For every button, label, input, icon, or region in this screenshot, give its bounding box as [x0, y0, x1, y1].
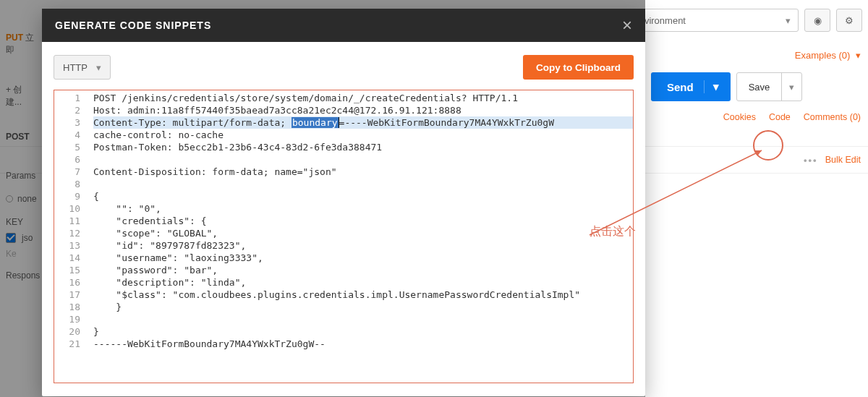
save-button[interactable]: Save [737, 82, 782, 93]
send-label: Send [667, 81, 694, 93]
modal-title: GENERATE CODE SNIPPETS [55, 20, 211, 31]
env-quicklook-button[interactable]: ◉ [804, 9, 830, 32]
eye-icon: ◉ [814, 15, 822, 26]
comments-link[interactable]: Comments (0) [804, 112, 861, 122]
language-label: HTTP [63, 62, 88, 73]
code-viewer[interactable]: 123456789101112131415161718192021 POST /… [54, 90, 634, 383]
chevron-down-icon: ▾ [786, 15, 791, 26]
more-button[interactable]: ••• [804, 155, 818, 166]
close-icon[interactable]: × [622, 17, 632, 34]
send-button[interactable]: Send ▾ [651, 72, 731, 101]
examples-label: Examples (0) [795, 50, 851, 61]
line-gutter: 123456789101112131415161718192021 [54, 92, 86, 378]
modal-header: GENERATE CODE SNIPPETS × [42, 9, 645, 42]
code-link[interactable]: Code [769, 112, 791, 122]
save-dropdown[interactable]: ▾ [781, 73, 801, 101]
code-lines: POST /jenkins/credentials/store/system/d… [86, 92, 633, 378]
cookies-link[interactable]: Cookies [723, 112, 756, 122]
code-snippets-modal: GENERATE CODE SNIPPETS × HTTP ▾ Copy to … [42, 9, 645, 396]
bulk-edit-link[interactable]: Bulk Edit [825, 155, 861, 165]
chevron-down-icon: ▾ [789, 82, 794, 93]
environment-dropdown[interactable]: Environment ▾ [625, 9, 799, 32]
copy-to-clipboard-button[interactable]: Copy to Clipboard [523, 55, 634, 80]
language-dropdown[interactable]: HTTP ▾ [54, 55, 111, 80]
examples-dropdown[interactable]: Examples (0) ▾ [795, 50, 861, 61]
env-settings-button[interactable]: ⚙ [836, 9, 862, 32]
gear-icon: ⚙ [845, 15, 854, 26]
chevron-down-icon: ▾ [96, 62, 101, 73]
chevron-down-icon: ▾ [856, 50, 861, 61]
chevron-down-icon[interactable]: ▾ [704, 80, 719, 93]
